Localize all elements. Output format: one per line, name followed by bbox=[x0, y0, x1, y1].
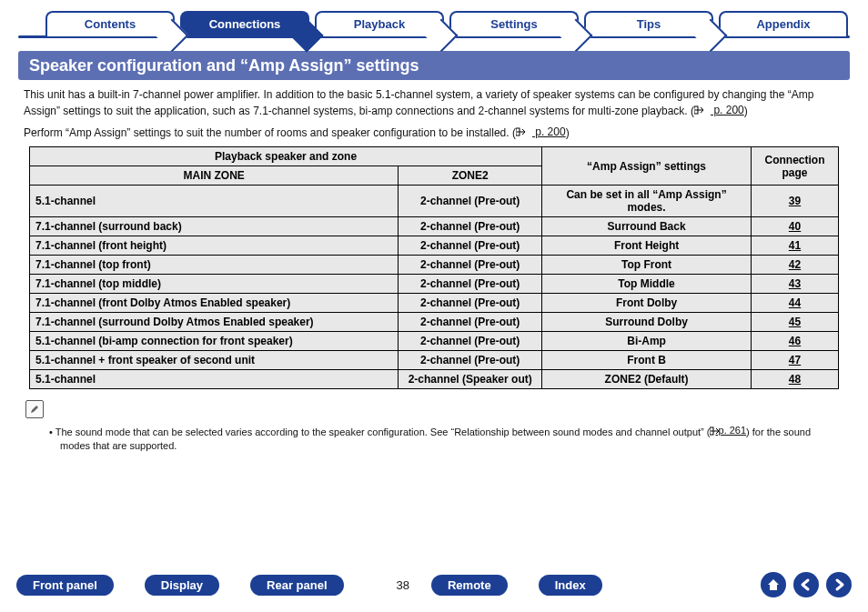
table-row: 7.1-channel (front Dolby Atmos Enabled s… bbox=[30, 294, 839, 313]
cell-main-zone: 5.1-channel bbox=[30, 370, 399, 389]
intro-paragraph-1: This unit has a built-in 7-channel power… bbox=[24, 87, 844, 119]
remote-button[interactable]: Remote bbox=[431, 575, 508, 596]
cell-amp-assign: ZONE2 (Default) bbox=[542, 370, 752, 389]
cell-amp-assign: Top Front bbox=[542, 256, 752, 275]
cell-amp-assign: Top Middle bbox=[542, 275, 752, 294]
pencil-icon bbox=[25, 400, 44, 418]
tab-contents[interactable]: Contents bbox=[45, 11, 175, 36]
bottom-nav: Front panel Display Rear panel 38 Remote… bbox=[16, 572, 852, 597]
next-page-icon[interactable] bbox=[826, 572, 852, 597]
table-row: 5.1-channel + front speaker of second un… bbox=[30, 351, 839, 370]
cell-page-link[interactable]: 39 bbox=[752, 186, 839, 217]
section-title: Speaker configuration and “Amp Assign” s… bbox=[18, 51, 850, 80]
speaker-config-table: Playback speaker and zone “Amp Assign” s… bbox=[29, 146, 839, 389]
table-row: 7.1-channel (top front)2-channel (Pre-ou… bbox=[30, 256, 839, 275]
cell-page-link[interactable]: 43 bbox=[752, 275, 839, 294]
cell-page-link[interactable]: 42 bbox=[752, 256, 839, 275]
cell-main-zone: 7.1-channel (top front) bbox=[30, 256, 399, 275]
cell-zone2: 2-channel (Pre-out) bbox=[399, 256, 542, 275]
table-row: 5.1-channel2-channel (Pre-out)Can be set… bbox=[30, 186, 839, 217]
cell-page-link[interactable]: 48 bbox=[752, 370, 839, 389]
page-ref-200a[interactable]: p. 200 bbox=[694, 103, 744, 118]
cell-zone2: 2-channel (Pre-out) bbox=[399, 294, 542, 313]
table-row: 7.1-channel (surround back)2-channel (Pr… bbox=[30, 217, 839, 236]
tab-settings[interactable]: Settings bbox=[449, 11, 579, 36]
tab-tips[interactable]: Tips bbox=[584, 11, 713, 36]
home-icon[interactable] bbox=[761, 572, 786, 597]
cell-zone2: 2-channel (Pre-out) bbox=[399, 332, 542, 351]
th-zone2: ZONE2 bbox=[399, 166, 542, 186]
th-playback-zone: Playback speaker and zone bbox=[30, 147, 542, 166]
tab-appendix[interactable]: Appendix bbox=[719, 11, 848, 36]
tab-connections[interactable]: Connections bbox=[180, 11, 309, 36]
cell-page-link[interactable]: 40 bbox=[752, 217, 839, 236]
index-button[interactable]: Index bbox=[539, 575, 602, 596]
cell-amp-assign: Front Height bbox=[542, 236, 752, 256]
prev-page-icon[interactable] bbox=[793, 572, 819, 597]
cell-page-link[interactable]: 45 bbox=[752, 313, 839, 332]
th-amp-assign: “Amp Assign” settings bbox=[542, 147, 752, 186]
table-row: 7.1-channel (front height)2-channel (Pre… bbox=[30, 236, 839, 256]
cell-page-link[interactable]: 46 bbox=[752, 332, 839, 351]
page-ref-200b[interactable]: p. 200 bbox=[516, 125, 566, 140]
front-panel-button[interactable]: Front panel bbox=[16, 575, 114, 596]
cell-amp-assign: Bi-Amp bbox=[542, 332, 752, 351]
intro-ref1-close: ) bbox=[744, 105, 748, 117]
table-row: 7.1-channel (surround Dolby Atmos Enable… bbox=[30, 313, 839, 332]
cell-amp-assign: Can be set in all “Amp Assign” modes. bbox=[542, 186, 752, 217]
cell-zone2: 2-channel (Pre-out) bbox=[399, 313, 542, 332]
page-number: 38 bbox=[397, 578, 409, 592]
cell-zone2: 2-channel (Pre-out) bbox=[399, 275, 542, 294]
table-row: 7.1-channel (top middle)2-channel (Pre-o… bbox=[30, 275, 839, 294]
cell-zone2: 2-channel (Speaker out) bbox=[399, 370, 542, 389]
cell-page-link[interactable]: 47 bbox=[752, 351, 839, 370]
cell-zone2: 2-channel (Pre-out) bbox=[399, 186, 542, 217]
intro-paragraph-2: Perform “Amp Assign” settings to suit th… bbox=[24, 125, 844, 141]
page-ref-261[interactable]: p. 261 bbox=[710, 424, 746, 437]
cell-main-zone: 5.1-channel bbox=[30, 186, 399, 217]
cell-zone2: 2-channel (Pre-out) bbox=[399, 217, 542, 236]
cell-amp-assign: Front Dolby bbox=[542, 294, 752, 313]
cell-main-zone: 7.1-channel (top middle) bbox=[30, 275, 399, 294]
th-main-zone: MAIN ZONE bbox=[30, 166, 399, 186]
th-connection-page: Connection page bbox=[752, 147, 839, 186]
footnote-text-a: The sound mode that can be selected vari… bbox=[56, 426, 711, 437]
cell-main-zone: 7.1-channel (surround back) bbox=[30, 217, 399, 236]
cell-main-zone: 5.1-channel (bi-amp connection for front… bbox=[30, 332, 399, 351]
cell-amp-assign: Front B bbox=[542, 351, 752, 370]
table-row: 5.1-channel2-channel (Speaker out)ZONE2 … bbox=[30, 370, 839, 389]
cell-main-zone: 7.1-channel (front Dolby Atmos Enabled s… bbox=[30, 294, 399, 313]
cell-zone2: 2-channel (Pre-out) bbox=[399, 351, 542, 370]
cell-main-zone: 7.1-channel (surround Dolby Atmos Enable… bbox=[30, 313, 399, 332]
rear-panel-button[interactable]: Rear panel bbox=[250, 575, 343, 596]
cell-amp-assign: Surround Back bbox=[542, 217, 752, 236]
table-row: 5.1-channel (bi-amp connection for front… bbox=[30, 332, 839, 351]
cell-main-zone: 7.1-channel (front height) bbox=[30, 236, 399, 256]
cell-main-zone: 5.1-channel + front speaker of second un… bbox=[30, 351, 399, 370]
top-nav-tabs: Contents Connections Playback Settings T… bbox=[45, 11, 852, 36]
cell-amp-assign: Surround Dolby bbox=[542, 313, 752, 332]
cell-page-link[interactable]: 44 bbox=[752, 294, 839, 313]
tab-playback[interactable]: Playback bbox=[315, 11, 444, 36]
cell-page-link[interactable]: 41 bbox=[752, 236, 839, 256]
cell-zone2: 2-channel (Pre-out) bbox=[399, 236, 542, 256]
intro-text-2: Perform “Amp Assign” settings to suit th… bbox=[24, 126, 516, 139]
intro-ref2-close: ) bbox=[566, 126, 570, 139]
display-button[interactable]: Display bbox=[145, 575, 219, 596]
footnote: • The sound mode that can be selected va… bbox=[49, 424, 826, 453]
